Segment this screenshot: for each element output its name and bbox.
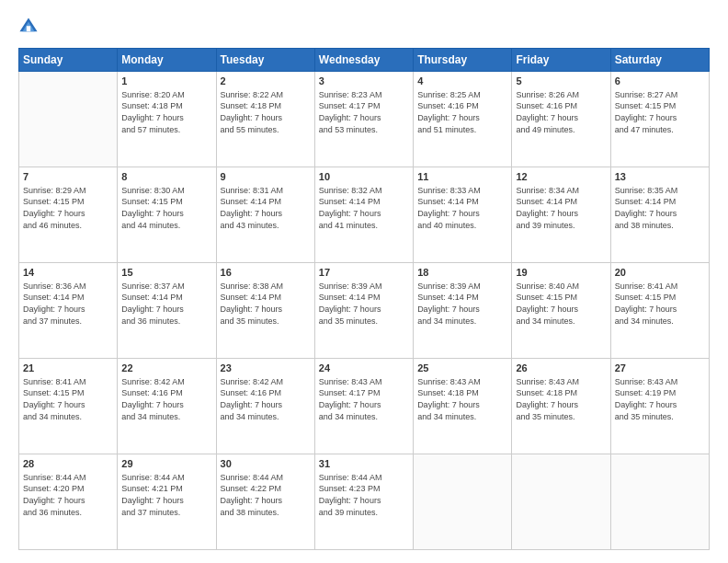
cell-info-line: Sunrise: 8:43 AM [417, 376, 507, 388]
cell-info-line: and 44 minutes. [121, 220, 211, 232]
day-number: 9 [221, 170, 311, 184]
calendar-cell: 25Sunrise: 8:43 AMSunset: 4:18 PMDayligh… [414, 359, 512, 454]
calendar-cell: 31Sunrise: 8:44 AMSunset: 4:23 PMDayligh… [314, 454, 413, 550]
cell-info-line: Daylight: 7 hours [615, 112, 705, 124]
cell-info-line: and 34 minutes. [417, 316, 507, 327]
cell-info-line: Sunrise: 8:41 AM [23, 376, 113, 388]
day-number: 8 [121, 170, 211, 184]
cell-info-line: and 43 minutes. [221, 220, 311, 232]
day-number: 22 [121, 362, 211, 375]
cell-info-line: and 34 minutes. [221, 411, 311, 423]
cell-info-line: Sunset: 4:16 PM [221, 387, 311, 399]
cell-info-line: and 34 minutes. [319, 411, 409, 423]
cell-info-line: and 51 minutes. [417, 124, 507, 136]
calendar-cell: 13Sunrise: 8:35 AMSunset: 4:14 PMDayligh… [610, 167, 709, 263]
day-number: 5 [516, 75, 606, 88]
cell-info-line: Sunrise: 8:44 AM [23, 472, 113, 484]
cell-info-line: Sunrise: 8:31 AM [221, 185, 311, 197]
calendar-cell: 22Sunrise: 8:42 AMSunset: 4:16 PMDayligh… [118, 359, 216, 454]
cell-info-line: and 36 minutes. [121, 316, 211, 327]
cell-info-line: Sunrise: 8:42 AM [221, 376, 311, 388]
cell-info-line: Sunset: 4:14 PM [121, 292, 211, 304]
calendar-cell [19, 72, 118, 167]
cell-info-line: and 35 minutes. [516, 411, 606, 423]
cell-info-line: Sunrise: 8:25 AM [417, 89, 507, 101]
col-header-thursday: Thursday [414, 49, 512, 72]
cell-info-line: Sunset: 4:18 PM [417, 387, 507, 399]
cell-info-line: Sunrise: 8:39 AM [417, 281, 507, 293]
cell-info-line: Daylight: 7 hours [615, 399, 705, 411]
cell-info-line: Sunset: 4:16 PM [417, 100, 507, 112]
calendar-cell: 12Sunrise: 8:34 AMSunset: 4:14 PMDayligh… [512, 167, 610, 263]
cell-info-line: Daylight: 7 hours [615, 208, 705, 220]
day-number: 21 [23, 362, 113, 375]
cell-info-line: and 55 minutes. [221, 124, 311, 136]
col-header-monday: Monday [118, 49, 216, 72]
calendar-cell: 15Sunrise: 8:37 AMSunset: 4:14 PMDayligh… [118, 263, 216, 359]
cell-info-line: Sunset: 4:21 PM [121, 483, 211, 495]
cell-info-line: and 34 minutes. [121, 411, 211, 423]
cell-info-line: and 47 minutes. [615, 124, 705, 136]
col-header-saturday: Saturday [610, 49, 709, 72]
calendar-cell [610, 454, 709, 550]
calendar-cell: 7Sunrise: 8:29 AMSunset: 4:15 PMDaylight… [19, 167, 118, 263]
cell-info-line: Daylight: 7 hours [417, 208, 507, 220]
day-number: 14 [23, 266, 113, 280]
day-number: 31 [319, 457, 409, 471]
calendar-cell: 21Sunrise: 8:41 AMSunset: 4:15 PMDayligh… [19, 359, 118, 454]
cell-info-line: Sunset: 4:14 PM [615, 196, 705, 208]
cell-info-line: Sunrise: 8:43 AM [615, 376, 705, 388]
cell-info-line: Daylight: 7 hours [221, 304, 311, 316]
cell-info-line: Sunrise: 8:27 AM [615, 89, 705, 101]
cell-info-line: Sunrise: 8:34 AM [516, 185, 606, 197]
calendar-cell: 28Sunrise: 8:44 AMSunset: 4:20 PMDayligh… [19, 454, 118, 550]
header [18, 17, 710, 39]
day-number: 2 [221, 75, 311, 88]
cell-info-line: Sunset: 4:14 PM [516, 196, 606, 208]
col-header-friday: Friday [512, 49, 610, 72]
cell-info-line: Daylight: 7 hours [221, 112, 311, 124]
day-number: 10 [319, 170, 409, 184]
cell-info-line: Daylight: 7 hours [516, 304, 606, 316]
cell-info-line: and 49 minutes. [516, 124, 606, 136]
cell-info-line: and 57 minutes. [121, 124, 211, 136]
calendar-cell: 20Sunrise: 8:41 AMSunset: 4:15 PMDayligh… [610, 263, 709, 359]
day-number: 19 [516, 266, 606, 280]
calendar-cell [512, 454, 610, 550]
cell-info-line: Sunset: 4:19 PM [615, 387, 705, 399]
day-number: 29 [121, 457, 211, 471]
day-number: 17 [319, 266, 409, 280]
cell-info-line: Daylight: 7 hours [417, 304, 507, 316]
cell-info-line: and 34 minutes. [23, 411, 113, 423]
calendar-cell: 9Sunrise: 8:31 AMSunset: 4:14 PMDaylight… [216, 167, 314, 263]
cell-info-line: Daylight: 7 hours [516, 208, 606, 220]
cell-info-line: and 35 minutes. [615, 411, 705, 423]
cell-info-line: Sunset: 4:14 PM [417, 292, 507, 304]
calendar-cell: 24Sunrise: 8:43 AMSunset: 4:17 PMDayligh… [314, 359, 413, 454]
calendar-cell: 1Sunrise: 8:20 AMSunset: 4:18 PMDaylight… [118, 72, 216, 167]
cell-info-line: Daylight: 7 hours [319, 112, 409, 124]
cell-info-line: Daylight: 7 hours [516, 112, 606, 124]
cell-info-line: Daylight: 7 hours [615, 304, 705, 316]
cell-info-line: Sunrise: 8:41 AM [615, 281, 705, 293]
cell-info-line: Sunset: 4:14 PM [319, 292, 409, 304]
cell-info-line: Sunrise: 8:35 AM [615, 185, 705, 197]
cell-info-line: Sunrise: 8:43 AM [319, 376, 409, 388]
cell-info-line: Sunset: 4:22 PM [221, 483, 311, 495]
cell-info-line: Sunset: 4:15 PM [516, 292, 606, 304]
calendar-week-3: 14Sunrise: 8:36 AMSunset: 4:14 PMDayligh… [19, 263, 710, 359]
day-number: 4 [417, 75, 507, 88]
cell-info-line: Daylight: 7 hours [121, 208, 211, 220]
calendar-cell: 3Sunrise: 8:23 AMSunset: 4:17 PMDaylight… [314, 72, 413, 167]
day-number: 28 [23, 457, 113, 471]
day-number: 20 [615, 266, 705, 280]
cell-info-line: Sunrise: 8:40 AM [516, 281, 606, 293]
col-header-tuesday: Tuesday [216, 49, 314, 72]
cell-info-line: and 34 minutes. [516, 316, 606, 327]
cell-info-line: Daylight: 7 hours [121, 399, 211, 411]
calendar-cell: 19Sunrise: 8:40 AMSunset: 4:15 PMDayligh… [512, 263, 610, 359]
cell-info-line: and 35 minutes. [319, 316, 409, 327]
day-number: 18 [417, 266, 507, 280]
calendar-cell [414, 454, 512, 550]
cell-info-line: Daylight: 7 hours [319, 399, 409, 411]
